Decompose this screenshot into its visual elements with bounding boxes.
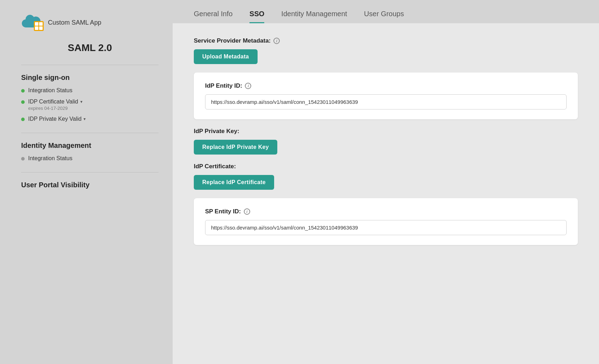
tab-general-info[interactable]: General Info — [194, 10, 233, 23]
upload-metadata-button[interactable]: Upload Metadata — [194, 49, 258, 64]
grid-icon — [34, 21, 44, 31]
upv-heading: User Portal Visibility — [21, 181, 159, 189]
app-title: SAML 2.0 — [21, 42, 159, 54]
divider-mid — [21, 133, 159, 133]
nav-item-integration-status[interactable]: Integration Status — [21, 87, 159, 94]
chevron-down-icon: ▾ — [80, 99, 82, 104]
nav-sublabel-idp-cert: expires 04-17-2029 — [28, 106, 82, 111]
sidebar: Custom SAML App SAML 2.0 Single sign-on … — [0, 0, 173, 364]
divider-top — [21, 65, 159, 65]
info-icon-metadata[interactable]: i — [273, 38, 280, 44]
chevron-down-icon-2: ▾ — [84, 117, 86, 121]
replace-idp-private-key-button[interactable]: Replace IdP Private Key — [194, 140, 277, 155]
sso-heading: Single sign-on — [21, 74, 159, 82]
info-icon-idp-entity[interactable]: i — [245, 83, 251, 89]
sp-entity-id-label: SP Entity ID: i — [205, 208, 567, 215]
sp-entity-id-card: SP Entity ID: i — [194, 198, 578, 245]
tab-identity-management[interactable]: Identity Management — [281, 10, 347, 23]
dot-idm-integration — [21, 157, 25, 161]
service-provider-metadata-label: Service Provider Metadata: i — [194, 37, 578, 44]
nav-item-idm-integration[interactable]: Integration Status — [21, 155, 159, 162]
service-provider-metadata-section: Service Provider Metadata: i Upload Meta… — [194, 37, 578, 64]
idp-entity-id-card: IdP Entity ID: i — [194, 73, 578, 119]
idp-certificate-section: IdP Certificate: Replace IdP Certificate — [194, 163, 578, 190]
idp-entity-id-label: IdP Entity ID: i — [205, 82, 567, 89]
nav-label-idm-integration: Integration Status — [28, 155, 72, 162]
dot-integration-status — [21, 89, 25, 93]
idp-entity-id-input[interactable] — [205, 94, 567, 109]
sp-entity-id-input[interactable] — [205, 220, 567, 235]
tab-sso[interactable]: SSO — [249, 10, 264, 23]
replace-idp-certificate-button[interactable]: Replace IdP Certificate — [194, 175, 274, 190]
nav-label-idp-key: IDP Private Key Valid ▾ — [28, 116, 86, 122]
tab-bar: General Info SSO Identity Management Use… — [173, 0, 599, 23]
content-area: Service Provider Metadata: i Upload Meta… — [173, 23, 599, 364]
idp-private-key-section: IdP Private Key: Replace IdP Private Key — [194, 128, 578, 155]
dot-idp-cert — [21, 100, 25, 104]
nav-label-integration-status: Integration Status — [28, 87, 72, 94]
app-logo: Custom SAML App — [21, 14, 159, 31]
logo-icon — [21, 14, 44, 31]
info-icon-sp-entity[interactable]: i — [244, 208, 250, 215]
app-name: Custom SAML App — [48, 19, 101, 26]
main-content: General Info SSO Identity Management Use… — [173, 0, 599, 364]
idm-heading: Identity Management — [21, 142, 159, 150]
nav-label-idp-cert: IDP Certificate Valid ▾ — [28, 99, 82, 105]
dot-idp-key — [21, 118, 25, 121]
idp-private-key-label: IdP Private Key: — [194, 128, 578, 135]
idp-certificate-label: IdP Certificate: — [194, 163, 578, 170]
tab-user-groups[interactable]: User Groups — [364, 10, 404, 23]
nav-item-idp-key[interactable]: IDP Private Key Valid ▾ — [21, 116, 159, 122]
nav-item-idp-cert[interactable]: IDP Certificate Valid ▾ expires 04-17-20… — [21, 99, 159, 111]
divider-bottom — [21, 172, 159, 172]
